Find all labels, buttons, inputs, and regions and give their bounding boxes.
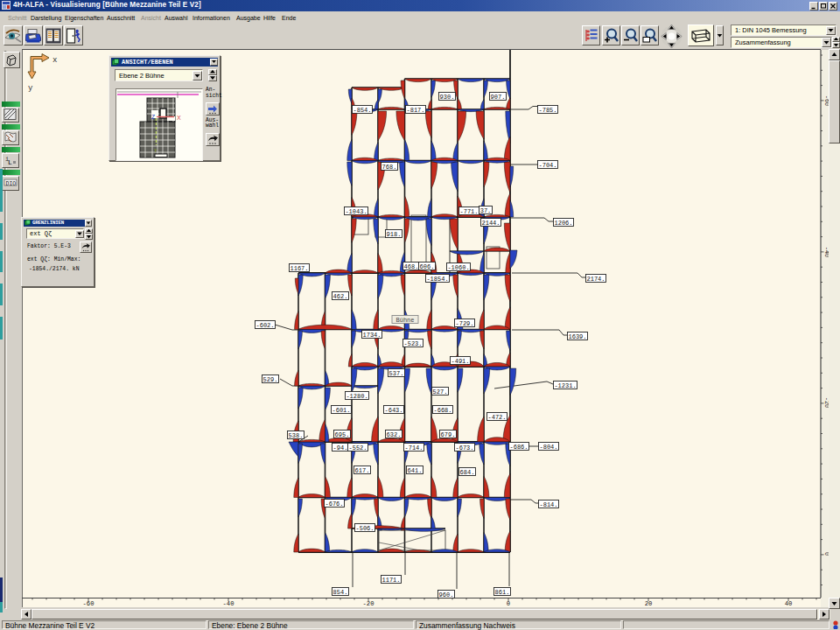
svg-text:L: L xyxy=(8,158,12,166)
svg-text:-1043.: -1043. xyxy=(345,208,367,215)
svg-text:907.: 907. xyxy=(491,94,506,101)
svg-text:Bühne: Bühne xyxy=(396,317,414,324)
svg-text:-20: -20 xyxy=(363,600,374,607)
svg-text:2174.: 2174. xyxy=(586,276,605,283)
svg-text:-1854.: -1854. xyxy=(426,276,448,283)
svg-text:37.: 37. xyxy=(480,207,492,214)
svg-text:-523.: -523. xyxy=(403,340,422,347)
svg-text:-491.: -491. xyxy=(451,358,469,365)
svg-text:538.: 538. xyxy=(289,432,304,439)
svg-text:-472.: -472. xyxy=(487,414,506,421)
svg-text:-714.: -714. xyxy=(404,444,423,452)
svg-text:-601.: -601. xyxy=(332,407,350,414)
svg-text:-814.: -814. xyxy=(539,501,557,508)
svg-text:617.: 617. xyxy=(355,467,370,474)
svg-text:-602.: -602. xyxy=(256,322,274,329)
svg-text:768.: 768. xyxy=(382,164,397,171)
svg-text:20: 20 xyxy=(645,600,653,607)
svg-text:-506.: -506. xyxy=(355,525,374,532)
svg-text:606.: 606. xyxy=(420,263,435,270)
svg-text:918.: 918. xyxy=(387,231,402,238)
svg-text:462.: 462. xyxy=(333,293,348,300)
svg-text:641.: 641. xyxy=(408,467,423,474)
svg-text:DIO: DIO xyxy=(5,181,16,187)
svg-text:-729.: -729. xyxy=(455,320,473,327)
svg-text:x: x xyxy=(52,56,57,65)
svg-text:-1231.: -1231. xyxy=(554,382,576,389)
svg-text:854.: 854. xyxy=(333,589,348,596)
svg-text:-1280.: -1280. xyxy=(346,393,368,400)
svg-text:-673.: -673. xyxy=(455,444,473,452)
svg-text:40: 40 xyxy=(785,600,793,607)
svg-text:-1060.: -1060. xyxy=(447,264,469,271)
svg-text:y: y xyxy=(28,84,33,93)
svg-text:Y: Y xyxy=(154,148,158,154)
svg-text:-40: -40 xyxy=(223,600,234,607)
svg-text:1206.: 1206. xyxy=(554,220,572,227)
svg-text:1171.: 1171. xyxy=(382,577,400,584)
svg-text:2144.: 2144. xyxy=(481,220,500,227)
svg-text:679.: 679. xyxy=(441,431,456,438)
svg-text:1734.: 1734. xyxy=(362,332,381,339)
svg-text:632.: 632. xyxy=(387,431,402,438)
svg-text:468.: 468. xyxy=(404,263,419,270)
svg-text:-804.: -804. xyxy=(539,444,557,451)
svg-text:1167.: 1167. xyxy=(290,265,308,272)
svg-text:-785.: -785. xyxy=(538,107,556,114)
svg-text:861.: 861. xyxy=(495,589,510,596)
svg-text:-686.: -686. xyxy=(509,444,528,451)
svg-text:-643.: -643. xyxy=(384,407,402,414)
svg-text:-771.: -771. xyxy=(459,208,478,215)
svg-text:-60: -60 xyxy=(83,600,94,607)
svg-text:X: X xyxy=(177,114,181,122)
svg-text:684.: 684. xyxy=(460,469,475,476)
svg-text:-552.: -552. xyxy=(348,444,367,452)
svg-text:-668.: -668. xyxy=(433,407,452,414)
svg-text:0: 0 xyxy=(507,600,510,607)
svg-text:1639.: 1639. xyxy=(568,333,586,340)
svg-text:Z: Z xyxy=(151,114,155,121)
svg-text:537.: 537. xyxy=(389,370,404,377)
svg-text:-676.: -676. xyxy=(325,500,343,508)
svg-text:529.: 529. xyxy=(263,376,278,383)
svg-text:-704.: -704. xyxy=(538,162,556,169)
svg-text:-817.: -817. xyxy=(406,107,424,114)
svg-text:960.: 960. xyxy=(439,592,454,598)
svg-text:-94.: -94. xyxy=(333,444,348,452)
svg-text:930.: 930. xyxy=(440,94,455,101)
svg-text:527.: 527. xyxy=(433,388,448,396)
svg-text:695.: 695. xyxy=(335,431,350,438)
svg-text:-854.: -854. xyxy=(353,107,371,114)
